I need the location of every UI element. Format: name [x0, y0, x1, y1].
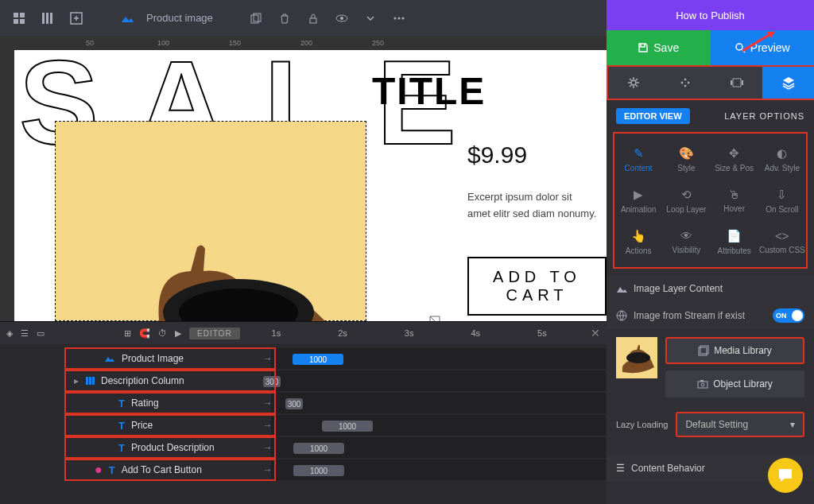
svg-point-37: [701, 383, 704, 386]
more-icon[interactable]: [386, 6, 412, 31]
shoe-image: [103, 225, 366, 321]
add-slide-icon[interactable]: [64, 6, 89, 31]
option-content[interactable]: ✎Content: [614, 138, 662, 180]
snap-icon[interactable]: ⊞: [124, 328, 131, 339]
svg-rect-2: [14, 19, 18, 24]
svg-point-13: [393, 17, 396, 19]
lazy-label: Lazy Loading: [616, 420, 668, 429]
magnet-icon[interactable]: 🧲: [139, 328, 150, 339]
option-custom-css[interactable]: <>Custom CSS: [758, 221, 806, 262]
list-icon[interactable]: ☰: [21, 328, 29, 339]
layer-options-grid: ✎Content🎨Style✥Size & Pos◐Adv. Style▶Ani…: [613, 132, 808, 269]
option-style[interactable]: 🎨Style: [662, 138, 710, 180]
option-loop-layer[interactable]: ⟲Loop Layer: [662, 180, 710, 221]
option-size-pos[interactable]: ✥Size & Pos: [711, 138, 758, 180]
excerpt-text[interactable]: Excerpt ipsum dolor sit amet elitr sed d…: [467, 189, 597, 223]
timeline-row[interactable]: Product Image→|1000: [0, 347, 607, 370]
trash-icon[interactable]: [272, 6, 297, 31]
option-on-scroll[interactable]: ⇩On Scroll: [758, 180, 806, 221]
price-text[interactable]: $9.99: [467, 142, 527, 169]
stream-row: Image from Stream if exist ON: [607, 302, 814, 329]
globe-icon: [616, 310, 627, 321]
chevron-down-icon: ▾: [790, 419, 795, 430]
svg-rect-23: [86, 377, 88, 385]
right-panel: How to Publish Save Preview EDITOR VIEW …: [607, 0, 814, 504]
timeline-row[interactable]: TProduct Description→|1000: [0, 436, 607, 459]
tab-slides-icon[interactable]: [711, 67, 763, 99]
svg-rect-25: [92, 377, 95, 385]
library-row: Media Library Object Library: [607, 329, 814, 405]
lazy-select[interactable]: Default Setting ▾: [676, 412, 804, 437]
timeline-row[interactable]: ●TAdd To Cart Button→|1000: [0, 459, 607, 481]
editor-view-tag[interactable]: EDITOR VIEW: [616, 108, 690, 124]
tab-settings-icon[interactable]: [608, 67, 660, 99]
canvas[interactable]: SALE TITLE $9.99 Excerpt ipsum dolor sit…: [14, 50, 607, 321]
layer-options-label: LAYER OPTIONS: [724, 111, 804, 121]
option-adv-style[interactable]: ◐Adv. Style: [758, 138, 806, 180]
resize-handle-icon[interactable]: [429, 316, 440, 321]
svg-rect-38: [700, 380, 704, 382]
title-text[interactable]: TITLE: [372, 69, 486, 113]
layers-icon[interactable]: ◈: [6, 328, 13, 339]
media-library-button[interactable]: Media Library: [665, 337, 804, 364]
panel-tabs: [607, 65, 814, 100]
grid-view-icon[interactable]: [6, 6, 32, 31]
svg-point-12: [340, 17, 343, 20]
option-hover[interactable]: 🖱Hover: [711, 180, 758, 221]
option-actions[interactable]: 👆Actions: [614, 221, 662, 262]
tab-layers-icon[interactable]: [762, 67, 814, 99]
timeline-row[interactable]: ▸Description Column→|300: [0, 370, 607, 392]
play-icon[interactable]: ▶: [175, 328, 181, 339]
object-library-button[interactable]: Object Library: [665, 370, 804, 397]
chevron-down-icon[interactable]: [358, 6, 383, 31]
ruler-vertical: [0, 36, 14, 321]
stopwatch-icon[interactable]: ⏱: [158, 328, 167, 338]
element-name: Product image: [146, 12, 213, 24]
image-layer-selected[interactable]: [56, 122, 366, 320]
publish-banner[interactable]: How to Publish: [607, 0, 814, 30]
view-row: EDITOR VIEW LAYER OPTIONS: [607, 100, 814, 132]
editor-tag: EDITOR: [189, 328, 240, 339]
svg-rect-4: [42, 13, 45, 24]
tab-nav-icon[interactable]: [660, 67, 711, 99]
option-animation[interactable]: ▶Animation: [614, 180, 662, 221]
close-icon[interactable]: ✕: [591, 327, 600, 339]
timeline-panel: ◈ ☰ ▭ ⊞ 🧲 ⏱ ▶ EDITOR 1s 2s 3s 4s 5s ✕ Pr…: [0, 321, 607, 504]
svg-rect-10: [310, 18, 316, 23]
svg-rect-5: [46, 13, 48, 24]
magnify-icon: [735, 42, 746, 53]
svg-rect-24: [89, 377, 91, 385]
disk-icon: [638, 42, 649, 53]
svg-point-26: [736, 44, 742, 50]
timeline-toolbar: ◈ ☰ ▭ ⊞ 🧲 ⏱ ▶ EDITOR 1s 2s 3s 4s 5s ✕: [0, 322, 607, 344]
media-icon: [698, 345, 709, 356]
folder-icon[interactable]: ▭: [37, 328, 45, 339]
svg-point-33: [626, 352, 650, 363]
chat-icon: [777, 467, 794, 483]
image-element-icon: [114, 6, 140, 31]
image-thumbnail[interactable]: [616, 337, 657, 378]
lazy-row: Lazy Loading Default Setting ▾: [607, 405, 814, 444]
chat-fab[interactable]: [768, 458, 803, 493]
copy-icon[interactable]: [243, 6, 269, 31]
option-visibility[interactable]: 👁Visibility: [662, 221, 710, 262]
lock-icon[interactable]: [300, 6, 326, 31]
svg-point-14: [397, 17, 400, 19]
canvas-area: 50100150200250 SALE TITLE $9.99 Excerpt …: [0, 36, 607, 321]
eye-icon[interactable]: [329, 6, 355, 31]
svg-point-27: [631, 80, 636, 85]
addcart-button[interactable]: ADD TO CART: [467, 257, 607, 316]
section-image-header[interactable]: Image Layer Content: [607, 275, 814, 302]
stream-toggle[interactable]: ON: [773, 308, 804, 323]
svg-rect-0: [14, 13, 18, 17]
timeline-rows: Product Image→|1000▸Description Column→|…: [0, 344, 607, 481]
option-attributes[interactable]: 📄Attributes: [711, 221, 758, 262]
save-button[interactable]: Save: [607, 30, 711, 65]
svg-rect-29: [731, 80, 732, 85]
preview-button[interactable]: Preview: [711, 30, 815, 65]
camera-icon: [697, 379, 708, 389]
timeline-row[interactable]: TRating→|300: [0, 392, 607, 414]
timeline-row[interactable]: TPrice→|1000: [0, 414, 607, 436]
save-preview-row: Save Preview: [607, 30, 814, 65]
col-view-icon[interactable]: [35, 6, 60, 31]
